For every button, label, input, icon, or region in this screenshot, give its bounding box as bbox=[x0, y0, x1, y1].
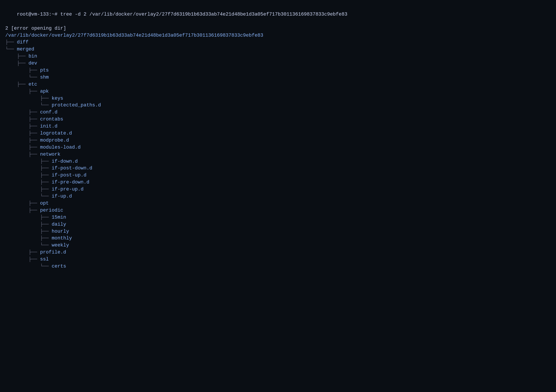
tree-line: ├── dev bbox=[5, 60, 551, 67]
tree-node-name: merged bbox=[17, 46, 34, 52]
tree-connector: └── bbox=[5, 46, 17, 52]
tree-line: ├── ssl bbox=[5, 256, 551, 263]
tree-node-name: opt bbox=[40, 201, 49, 206]
tree-connector: ├── bbox=[29, 110, 40, 115]
tree-indent bbox=[5, 131, 29, 136]
tree-indent bbox=[5, 166, 40, 171]
tree-connector: ├── bbox=[5, 39, 17, 45]
tree-node-name: conf.d bbox=[40, 110, 57, 115]
tree-indent bbox=[5, 249, 29, 255]
tree-line: ├── modules-load.d bbox=[5, 144, 551, 151]
tree-connector: ├── bbox=[40, 96, 52, 101]
tree-node-name: dev bbox=[29, 60, 37, 66]
tree-node-name: if-down.d bbox=[52, 159, 78, 164]
tree-connector: ├── bbox=[40, 159, 52, 164]
tree-indent bbox=[5, 187, 40, 192]
tree-line: ├── conf.d bbox=[5, 109, 551, 116]
tree-indent bbox=[5, 264, 40, 269]
tree-indent bbox=[5, 152, 29, 157]
tree-line: └── protected_paths.d bbox=[5, 102, 551, 109]
tree-node-name: certs bbox=[52, 264, 66, 269]
tree-line: ├── if-pre-down.d bbox=[5, 179, 551, 186]
tree-line: ├── daily bbox=[5, 221, 551, 228]
tree-indent bbox=[5, 96, 40, 101]
tree-node-name: pts bbox=[40, 68, 49, 73]
tree-line: ├── modprobe.d bbox=[5, 137, 551, 144]
tree-node-name: weekly bbox=[52, 242, 69, 248]
tree-connector: ├── bbox=[29, 208, 40, 213]
tree-line: ├── periodic bbox=[5, 207, 551, 214]
tree-connector: └── bbox=[40, 264, 52, 269]
tree-indent bbox=[5, 242, 40, 248]
tree-connector: └── bbox=[40, 194, 52, 199]
tree-connector: ├── bbox=[29, 131, 40, 136]
tree-node-name: etc bbox=[29, 82, 37, 87]
tree-connector: ├── bbox=[29, 256, 40, 262]
tree-connector: ├── bbox=[29, 124, 40, 129]
tree-connector: ├── bbox=[17, 60, 29, 66]
tree-indent bbox=[5, 53, 17, 59]
tree-connector: ├── bbox=[40, 222, 52, 227]
tree-indent bbox=[5, 82, 17, 87]
tree-indent bbox=[5, 89, 29, 94]
tree-node-name: apk bbox=[40, 89, 49, 94]
tree-line: ├── pts bbox=[5, 67, 551, 74]
tree-node-name: daily bbox=[52, 222, 66, 227]
tree-connector: ├── bbox=[40, 166, 52, 171]
tree-node-name: logrotate.d bbox=[40, 131, 72, 136]
tree-indent bbox=[5, 103, 40, 108]
tree-indent bbox=[5, 229, 40, 234]
tree-line: ├── apk bbox=[5, 88, 551, 95]
command-text: tree -d 2 /var/lib/docker/overlay2/27f7d… bbox=[60, 12, 348, 17]
tree-connector: ├── bbox=[29, 145, 40, 150]
tree-node-name: if-pre-up.d bbox=[52, 187, 84, 192]
prompt: root@vm-133:~# bbox=[17, 12, 60, 17]
tree-connector: ├── bbox=[29, 117, 40, 122]
tree-line: └── merged bbox=[5, 46, 551, 53]
tree-line: ├── hourly bbox=[5, 228, 551, 235]
tree-indent bbox=[5, 68, 29, 73]
tree-connector: ├── bbox=[40, 187, 52, 192]
tree-indent bbox=[5, 110, 29, 115]
tree-line: ├── profile.d bbox=[5, 249, 551, 256]
tree-line: ├── bin bbox=[5, 53, 551, 60]
terminal: root@vm-133:~# tree -d 2 /var/lib/docker… bbox=[5, 4, 551, 270]
tree-connector: └── bbox=[40, 242, 52, 248]
tree-line: ├── opt bbox=[5, 200, 551, 207]
tree-node-name: diff bbox=[17, 39, 29, 45]
tree-indent bbox=[5, 173, 40, 178]
tree-indent bbox=[5, 124, 29, 129]
tree-node-name: periodic bbox=[40, 208, 63, 213]
tree-indent bbox=[5, 117, 29, 122]
tree-node-name: crontabs bbox=[40, 117, 63, 122]
tree-indent bbox=[5, 235, 40, 241]
tree-indent bbox=[5, 159, 40, 164]
command-line: root@vm-133:~# tree -d 2 /var/lib/docker… bbox=[5, 4, 551, 25]
tree-node-name: init.d bbox=[40, 124, 57, 129]
tree-indent bbox=[5, 201, 29, 206]
tree-indent bbox=[5, 60, 17, 66]
tree-node-name: modprobe.d bbox=[40, 138, 69, 143]
tree-line: ├── etc bbox=[5, 81, 551, 88]
tree-output: ├── diff└── merged ├── bin ├── dev ├── p… bbox=[5, 39, 551, 270]
tree-line: └── if-up.d bbox=[5, 193, 551, 200]
tree-connector: ├── bbox=[29, 201, 40, 206]
tree-line: └── weekly bbox=[5, 242, 551, 249]
tree-connector: ├── bbox=[40, 180, 52, 185]
tree-indent bbox=[5, 256, 29, 262]
tree-node-name: if-pre-down.d bbox=[52, 180, 89, 185]
tree-node-name: modules-load.d bbox=[40, 145, 81, 150]
tree-line: └── certs bbox=[5, 263, 551, 270]
tree-connector: └── bbox=[40, 103, 52, 108]
tree-connector: ├── bbox=[29, 68, 40, 73]
tree-indent bbox=[5, 138, 29, 143]
tree-line: ├── if-post-down.d bbox=[5, 165, 551, 172]
tree-indent bbox=[5, 194, 40, 199]
tree-indent bbox=[5, 215, 40, 220]
tree-line: ├── keys bbox=[5, 95, 551, 102]
tree-node-name: ssl bbox=[40, 256, 49, 262]
tree-line: ├── network bbox=[5, 151, 551, 158]
tree-connector: └── bbox=[29, 75, 40, 80]
tree-node-name: if-up.d bbox=[52, 194, 72, 199]
tree-connector: ├── bbox=[40, 173, 52, 178]
